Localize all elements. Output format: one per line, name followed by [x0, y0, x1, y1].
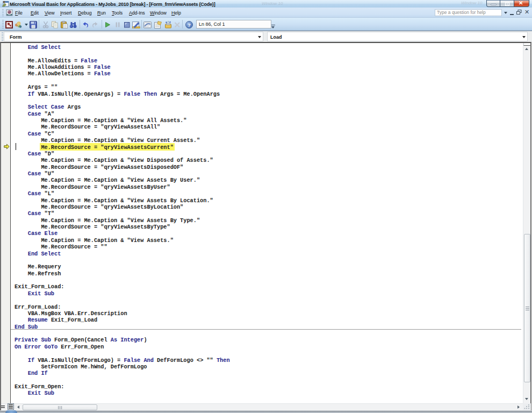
svg-text:?: ? [188, 22, 191, 28]
